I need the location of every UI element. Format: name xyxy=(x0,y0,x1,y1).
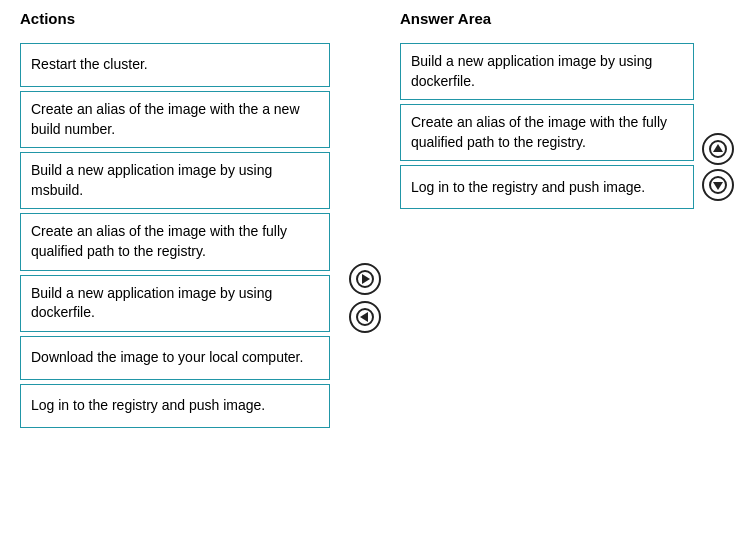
transfer-buttons-column xyxy=(330,43,400,333)
action-item-5[interactable]: Build a new application image by using d… xyxy=(20,275,330,332)
move-right-button[interactable] xyxy=(349,263,381,295)
action-item-7[interactable]: Log in to the registry and push image. xyxy=(20,384,330,428)
action-item-4[interactable]: Create an alias of the image with the fu… xyxy=(20,213,330,270)
action-item-3[interactable]: Build a new application image by using m… xyxy=(20,152,330,209)
action-item-6[interactable]: Download the image to your local compute… xyxy=(20,336,330,380)
move-down-button[interactable] xyxy=(702,169,734,201)
move-up-button[interactable] xyxy=(702,133,734,165)
actions-header: Actions xyxy=(20,10,330,27)
answer-area-header: Answer Area xyxy=(400,10,734,27)
answer-item-3[interactable]: Log in to the registry and push image. xyxy=(400,165,694,209)
action-item-1[interactable]: Restart the cluster. xyxy=(20,43,330,87)
answer-items-list: Build a new application image by using d… xyxy=(400,43,694,213)
answer-area-column: Build a new application image by using d… xyxy=(400,43,734,213)
action-item-2[interactable]: Create an alias of the image with the a … xyxy=(20,91,330,148)
answer-item-2[interactable]: Create an alias of the image with the fu… xyxy=(400,104,694,161)
answer-item-1[interactable]: Build a new application image by using d… xyxy=(400,43,694,100)
move-left-button[interactable] xyxy=(349,301,381,333)
actions-column: Restart the cluster. Create an alias of … xyxy=(20,43,330,432)
